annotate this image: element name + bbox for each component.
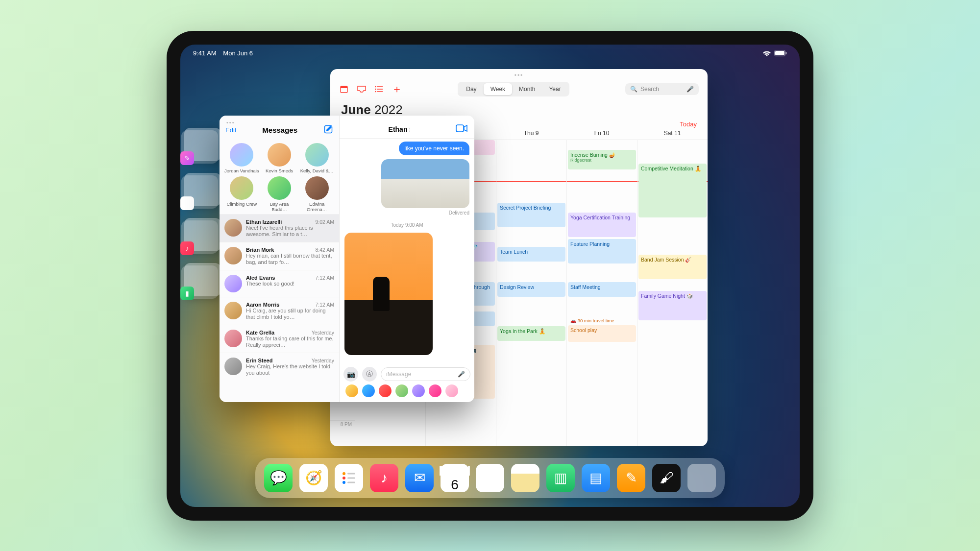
- dock-keynote[interactable]: ▤: [582, 464, 610, 492]
- stage-manager-strip: ✎ ❋ ♪ ▮: [184, 128, 221, 296]
- message-input[interactable]: iMessage 🎤: [381, 367, 470, 381]
- calendar-event[interactable]: 🚗 30 min travel time: [568, 316, 636, 324]
- svg-point-6: [375, 88, 376, 89]
- incoming-photo[interactable]: [344, 233, 433, 355]
- sticker4-app-icon[interactable]: [445, 384, 458, 397]
- dock-numbers[interactable]: ▥: [546, 464, 575, 492]
- calendar-event[interactable]: School play: [568, 325, 636, 342]
- dock-photos[interactable]: ❋: [476, 464, 504, 492]
- calendar-view-segment[interactable]: Day Week Month Year: [458, 82, 569, 96]
- seg-week[interactable]: Week: [484, 83, 512, 95]
- pinned-contact[interactable]: Kevin Smeds: [262, 143, 297, 173]
- dock-safari[interactable]: 🧭: [299, 464, 328, 492]
- calendar-event[interactable]: Incense Burning 🪔Ridgecrest: [568, 150, 636, 169]
- pinned-contacts: Jordan VandnaisKevin SmedsKelly, David &…: [220, 139, 339, 214]
- conversation-row[interactable]: Ethan Izzarelli9:02 AMNice! I've heard t…: [220, 214, 339, 242]
- dock-notes[interactable]: [511, 464, 539, 492]
- pinned-contact[interactable]: Bay Area Budd…: [262, 176, 297, 212]
- appstore-app-icon[interactable]: [362, 384, 375, 397]
- seg-month[interactable]: Month: [512, 83, 542, 95]
- dock[interactable]: 💬 🧭 ♪ ✉︎ MON 6 ❋ ▥ ▤ ✎ 🖌: [255, 458, 725, 498]
- conversation-row[interactable]: Kate GrellaYesterdayThanks for taking ca…: [220, 325, 339, 353]
- pinned-contact[interactable]: Edwina Greena…: [299, 176, 334, 212]
- thread-contact[interactable]: Ethan〉: [389, 125, 414, 134]
- calendar-event[interactable]: Design Review: [497, 282, 565, 297]
- outgoing-photo[interactable]: [381, 159, 469, 208]
- messages-edit-button[interactable]: Edit: [225, 126, 236, 134]
- app-store-icon[interactable]: Ⓐ: [362, 367, 377, 382]
- memoji-app-icon[interactable]: [345, 384, 358, 397]
- dock-procreate[interactable]: 🖌: [652, 464, 681, 492]
- svg-rect-14: [347, 477, 355, 479]
- thread-timestamp: Today 9:00 AM: [344, 222, 469, 228]
- delivered-label: Delivered: [449, 210, 469, 216]
- calendar-event[interactable]: Band Jam Session 🎸: [638, 255, 707, 279]
- sticker-app-icon[interactable]: [395, 384, 408, 397]
- messages-window[interactable]: ••• Edit Messages Jordan VandnaisKevin S…: [220, 116, 474, 402]
- conversation-row[interactable]: Aled Evans7:12 AMThese look so good!: [220, 270, 339, 297]
- calendar-inbox-icon[interactable]: [357, 84, 367, 94]
- calendar-add-icon[interactable]: ＋: [392, 84, 402, 94]
- calendar-event[interactable]: Competitive Meditation 🧘: [638, 164, 707, 217]
- calendar-list-icon[interactable]: [374, 84, 384, 94]
- status-time: 9:41 AM: [193, 49, 217, 57]
- dock-recents-folder[interactable]: [687, 464, 716, 492]
- svg-point-7: [375, 91, 376, 92]
- messages-title: Messages: [262, 126, 297, 134]
- stack-numbers[interactable]: ▮: [184, 263, 221, 296]
- stack-freeform[interactable]: ✎: [184, 128, 221, 161]
- calendar-event[interactable]: Yoga in the Park 🧘: [497, 326, 565, 341]
- stack-music[interactable]: ♪: [184, 218, 221, 251]
- calendar-today-icon[interactable]: [339, 84, 349, 94]
- dock-calendar[interactable]: MON 6: [441, 464, 469, 492]
- compose-icon[interactable]: [323, 124, 333, 136]
- music-icon: ♪: [180, 241, 194, 255]
- camera-icon[interactable]: 📷: [343, 367, 358, 382]
- sticker3-app-icon[interactable]: [429, 384, 441, 397]
- stack-photos[interactable]: ❋: [184, 173, 221, 206]
- freeform-icon: ✎: [180, 151, 194, 165]
- mic-icon[interactable]: 🎤: [686, 86, 694, 93]
- dock-reminders[interactable]: [335, 464, 363, 492]
- photos-icon: ❋: [180, 196, 194, 210]
- conversation-row[interactable]: Brian Mork8:42 AMHey man, can I still bo…: [220, 242, 339, 270]
- dock-mail[interactable]: ✉︎: [405, 464, 434, 492]
- svg-point-5: [375, 86, 376, 87]
- wifi-icon: [762, 50, 771, 57]
- window-handle-icon[interactable]: •••: [514, 72, 524, 79]
- calendar-event[interactable]: Feature Planning: [568, 239, 636, 264]
- dock-music[interactable]: ♪: [370, 464, 398, 492]
- audio-app-icon[interactable]: [379, 384, 392, 397]
- conversation-list[interactable]: Ethan Izzarelli9:02 AMNice! I've heard t…: [220, 214, 339, 402]
- calendar-event[interactable]: Staff Meeting: [568, 282, 636, 297]
- svg-point-10: [343, 472, 345, 475]
- pinned-contact[interactable]: Jordan Vandnais: [224, 143, 259, 173]
- calendar-event[interactable]: Yoga Certification Training: [568, 213, 636, 237]
- message-thread[interactable]: like you've never seen. Delivered Today …: [340, 139, 474, 365]
- conversation-row[interactable]: Erin SteedYesterdayHey Craig, Here's the…: [220, 353, 339, 381]
- dictation-icon[interactable]: 🎤: [458, 371, 465, 378]
- svg-rect-13: [347, 473, 355, 474]
- dock-pages[interactable]: ✎: [617, 464, 645, 492]
- seg-day[interactable]: Day: [459, 83, 483, 95]
- imessage-app-row[interactable]: [343, 384, 470, 397]
- calendar-search[interactable]: 🔍 Search 🎤: [625, 83, 699, 95]
- calendar-event[interactable]: Team Lunch: [497, 247, 565, 262]
- facetime-icon[interactable]: [456, 124, 467, 134]
- battery-icon: [774, 50, 787, 56]
- svg-rect-2: [786, 52, 787, 54]
- search-icon: 🔍: [630, 86, 637, 93]
- svg-rect-1: [775, 51, 784, 55]
- dock-messages[interactable]: 💬: [264, 464, 293, 492]
- pinned-contact[interactable]: Kelly, David &…: [299, 143, 334, 173]
- window-handle-icon[interactable]: •••: [226, 120, 235, 125]
- calendar-event[interactable]: Secret Project Briefing: [497, 203, 565, 227]
- seg-year[interactable]: Year: [542, 83, 567, 95]
- search-placeholder: Search: [640, 86, 659, 93]
- pinned-contact[interactable]: Climbing Crew: [224, 176, 259, 212]
- sticker2-app-icon[interactable]: [412, 384, 425, 397]
- calendar-event[interactable]: Family Game Night 🎲: [638, 291, 707, 320]
- calendar-title: June 2022: [330, 101, 708, 118]
- conversation-row[interactable]: Aaron Morris7:12 AMHi Craig, are you sti…: [220, 297, 339, 325]
- status-date: Mon Jun 6: [223, 49, 253, 57]
